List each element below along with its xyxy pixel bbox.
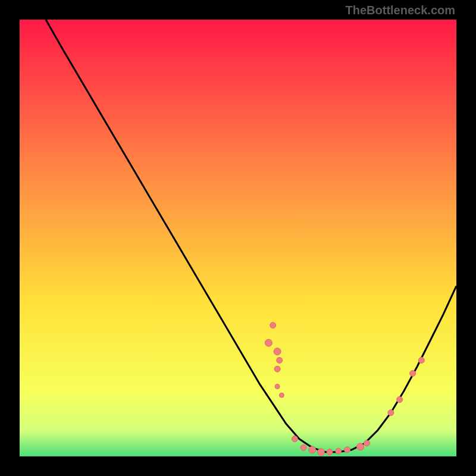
- scatter-point: [270, 322, 276, 328]
- attribution-text: TheBottleneck.com: [346, 4, 455, 17]
- scatter-point: [388, 410, 394, 416]
- scatter-point: [327, 449, 333, 455]
- scatter-point: [277, 358, 283, 364]
- scatter-point: [300, 444, 306, 450]
- scatter-point: [397, 397, 403, 403]
- scatter-point: [345, 447, 350, 453]
- chart-frame: [20, 20, 456, 456]
- scatter-point: [336, 448, 342, 454]
- scatter-point: [318, 449, 325, 456]
- scatter-point: [418, 358, 424, 364]
- scatter-point: [410, 371, 416, 377]
- scatter-point: [279, 393, 284, 397]
- scatter-point: [275, 384, 280, 389]
- scatter-point: [274, 366, 280, 372]
- scatter-point: [364, 440, 370, 446]
- scatter-point: [357, 443, 364, 450]
- gradient-background: [20, 20, 456, 456]
- scatter-point: [265, 339, 272, 346]
- scatter-point: [309, 446, 316, 453]
- scatter-point: [274, 348, 281, 355]
- scatter-point: [292, 436, 298, 442]
- chart-svg: [20, 20, 456, 456]
